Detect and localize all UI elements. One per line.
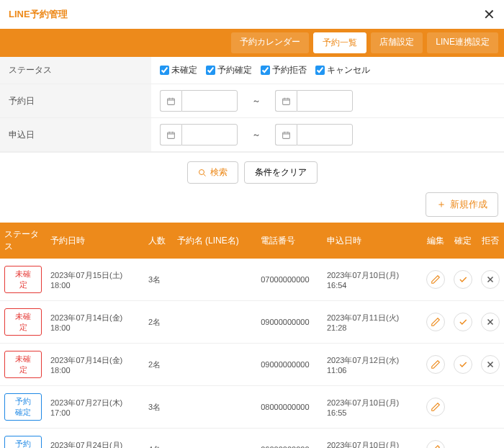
cell-people: 3名 bbox=[144, 386, 173, 429]
edit-button[interactable] bbox=[426, 355, 445, 374]
cell-applied: 2023年07月10日(月) 16:55 bbox=[323, 386, 422, 429]
th-name: 予約名 (LINE名) bbox=[173, 223, 257, 259]
cell-applied: 2023年07月11日(火) 21:28 bbox=[323, 301, 422, 344]
confirm-button[interactable] bbox=[454, 270, 472, 289]
close-icon[interactable]: ✕ bbox=[483, 6, 495, 23]
status-badge: 未確定 bbox=[4, 351, 42, 378]
table-row: 未確定2023年07月14日(金) 18:002名090000000002023… bbox=[0, 344, 504, 386]
filter-date-label: 予約日 bbox=[0, 84, 151, 117]
confirm-button[interactable] bbox=[454, 355, 472, 374]
cell-name bbox=[173, 301, 257, 344]
th-reject: 拒否 bbox=[477, 223, 504, 259]
cell-name bbox=[173, 429, 257, 449]
cell-name bbox=[173, 344, 257, 386]
table-row: 予約確定2023年07月27日(木) 17:003名08000000000202… bbox=[0, 386, 504, 429]
checkbox-pending[interactable]: 未確定 bbox=[160, 64, 197, 76]
filter-apply-label: 申込日 bbox=[0, 118, 151, 151]
svg-rect-3 bbox=[283, 132, 290, 138]
svg-rect-2 bbox=[168, 132, 175, 138]
tilde: ～ bbox=[252, 129, 261, 141]
status-badge: 未確定 bbox=[4, 266, 42, 293]
cell-datetime: 2023年07月24日(月) 19:00 bbox=[46, 429, 144, 449]
cell-datetime: 2023年07月14日(金) 18:00 bbox=[46, 301, 144, 344]
cell-name bbox=[173, 259, 257, 301]
search-button[interactable]: 検索 bbox=[187, 161, 238, 184]
modal-title: LINE予約管理 bbox=[9, 8, 68, 21]
calendar-icon[interactable] bbox=[160, 90, 181, 112]
status-badge: 予約確定 bbox=[4, 436, 42, 448]
cell-datetime: 2023年07月27日(木) 17:00 bbox=[46, 386, 144, 429]
th-phone: 電話番号 bbox=[256, 223, 323, 259]
th-confirm: 確定 bbox=[449, 223, 477, 259]
checkbox-cancel[interactable]: キャンセル bbox=[315, 64, 370, 76]
th-datetime: 予約日時 bbox=[46, 223, 144, 259]
table-row: 予約確定2023年07月24日(月) 19:004名06000000000202… bbox=[0, 429, 504, 449]
tab-line[interactable]: LINE連携設定 bbox=[427, 32, 498, 53]
new-button[interactable]: ＋ 新規作成 bbox=[426, 192, 498, 217]
clear-button[interactable]: 条件をクリア bbox=[244, 161, 318, 184]
svg-rect-0 bbox=[168, 98, 175, 104]
tilde: ～ bbox=[252, 95, 261, 107]
cell-name bbox=[173, 386, 257, 429]
table-row: 未確定2023年07月14日(金) 18:002名090000000002023… bbox=[0, 301, 504, 344]
status-badge: 未確定 bbox=[4, 308, 42, 336]
cell-people: 3名 bbox=[144, 259, 173, 301]
tab-calendar[interactable]: 予約カレンダー bbox=[231, 32, 309, 53]
edit-button[interactable] bbox=[426, 398, 445, 416]
tabs-bar: 予約カレンダー 予約一覧 店舗設定 LINE連携設定 bbox=[0, 29, 504, 57]
svg-rect-1 bbox=[283, 98, 290, 104]
tab-list[interactable]: 予約一覧 bbox=[313, 32, 366, 53]
cell-people: 2名 bbox=[144, 301, 173, 344]
reservations-table: ステータス 予約日時 人数 予約名 (LINE名) 電話番号 申込日時 編集 確… bbox=[0, 223, 504, 448]
th-applied: 申込日時 bbox=[323, 223, 422, 259]
calendar-icon[interactable] bbox=[275, 90, 297, 112]
th-people: 人数 bbox=[144, 223, 173, 259]
date-to-input[interactable] bbox=[297, 90, 353, 112]
cell-datetime: 2023年07月15日(土) 18:00 bbox=[46, 259, 144, 301]
calendar-icon[interactable] bbox=[275, 124, 297, 145]
checkbox-confirmed[interactable]: 予約確定 bbox=[206, 64, 252, 76]
table-row: 未確定2023年07月15日(土) 18:003名070000000002023… bbox=[0, 259, 504, 301]
status-badge: 予約確定 bbox=[4, 393, 42, 421]
cell-phone: 09000000000 bbox=[256, 344, 323, 386]
cell-people: 2名 bbox=[144, 344, 173, 386]
plus-icon: ＋ bbox=[436, 198, 446, 211]
reject-button[interactable] bbox=[481, 313, 500, 331]
cell-people: 4名 bbox=[144, 429, 173, 449]
confirm-button[interactable] bbox=[454, 313, 472, 331]
date-from-input[interactable] bbox=[181, 90, 238, 112]
apply-from-input[interactable] bbox=[181, 124, 238, 145]
cell-phone: 09000000000 bbox=[256, 301, 323, 344]
filter-status-label: ステータス bbox=[0, 57, 151, 84]
checkbox-rejected[interactable]: 予約拒否 bbox=[261, 64, 307, 76]
cell-phone: 07000000000 bbox=[256, 259, 323, 301]
reject-button[interactable] bbox=[481, 270, 500, 289]
cell-applied: 2023年07月10日(月) 18:20 bbox=[323, 429, 422, 449]
cell-applied: 2023年07月10日(月) 16:54 bbox=[323, 259, 422, 301]
th-edit: 編集 bbox=[422, 223, 449, 259]
reject-button[interactable] bbox=[481, 355, 500, 374]
search-icon bbox=[198, 169, 207, 177]
edit-button[interactable] bbox=[426, 440, 445, 448]
calendar-icon[interactable] bbox=[160, 124, 181, 145]
cell-phone: 08000000000 bbox=[256, 386, 323, 429]
cell-phone: 06000000000 bbox=[256, 429, 323, 449]
tab-store[interactable]: 店舗設定 bbox=[371, 32, 423, 53]
edit-button[interactable] bbox=[426, 313, 445, 331]
cell-datetime: 2023年07月14日(金) 18:00 bbox=[46, 344, 144, 386]
apply-to-input[interactable] bbox=[297, 124, 353, 145]
svg-point-4 bbox=[199, 169, 204, 174]
edit-button[interactable] bbox=[426, 270, 445, 289]
cell-applied: 2023年07月12日(水) 11:06 bbox=[323, 344, 422, 386]
th-status: ステータス bbox=[0, 223, 46, 259]
